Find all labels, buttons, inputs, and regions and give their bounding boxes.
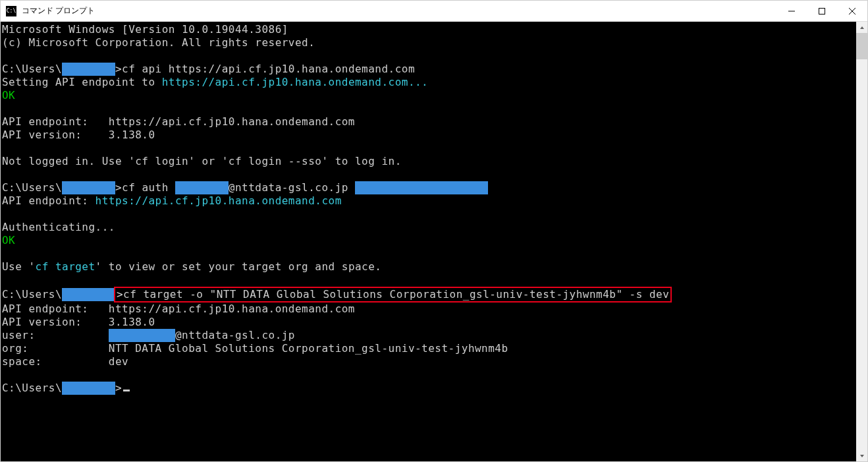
- api-url: https://api.cf.jp10.hana.ondemand.com...: [162, 76, 429, 88]
- cursor: [123, 390, 130, 391]
- redacted-password: [355, 181, 488, 194]
- line-not-logged-in: Not logged in. Use 'cf login' or 'cf log…: [2, 155, 402, 167]
- redacted-email-local: [175, 181, 229, 194]
- prompt-2: C:\Users\ >cf auth @nttdata-gsl.co.jp: [2, 181, 488, 194]
- minimize-icon: [788, 8, 795, 14]
- line-copyright: (c) Microsoft Corporation. All rights re…: [2, 36, 315, 49]
- cmd-app-icon: C:\: [6, 6, 16, 16]
- line-api-endpoint-3: API endpoint: https://api.cf.jp10.hana.o…: [2, 303, 355, 315]
- line-api-version-1: API version: 3.138.0: [2, 129, 155, 141]
- prompt-3: C:\Users\ >cf target -o "NTT DATA Global…: [2, 288, 672, 301]
- highlighted-cf-target-cmd: >cf target -o "NTT DATA Global Solutions…: [114, 287, 672, 303]
- redacted-username: [62, 63, 115, 76]
- line-api-endpoint-1: API endpoint: https://api.cf.jp10.hana.o…: [2, 115, 355, 128]
- titlebar[interactable]: C:\ コマンド プロンプト: [1, 1, 867, 22]
- redacted-email-local: [109, 329, 175, 342]
- line-api-endpoint-2: API endpoint: https://api.cf.jp10.hana.o…: [2, 194, 342, 207]
- prompt-1: C:\Users\ >cf api https://api.cf.jp10.ha…: [2, 63, 415, 75]
- line-version: Microsoft Windows [Version 10.0.19044.30…: [2, 23, 288, 36]
- window-controls: [776, 1, 867, 21]
- scroll-thumb[interactable]: [856, 33, 867, 59]
- scroll-down-arrow-icon[interactable]: [856, 450, 867, 461]
- maximize-icon: [819, 8, 825, 14]
- cmd-cf-api: cf api https://api.cf.jp10.hana.ondemand…: [122, 63, 415, 75]
- status-ok-2: OK: [2, 234, 15, 246]
- redacted-username: [62, 288, 115, 301]
- line-space: space: dev: [2, 355, 128, 368]
- minimize-button[interactable]: [776, 1, 807, 22]
- console-area: Microsoft Windows [Version 10.0.19044.30…: [1, 22, 867, 461]
- redacted-username: [62, 181, 115, 194]
- status-ok-1: OK: [2, 89, 15, 101]
- maximize-button[interactable]: [807, 1, 837, 22]
- prompt-4: C:\Users\ >: [2, 382, 130, 394]
- console-output[interactable]: Microsoft Windows [Version 10.0.19044.30…: [1, 22, 856, 461]
- line-authenticating: Authenticating...: [2, 221, 115, 233]
- line-api-version-2: API version: 3.138.0: [2, 316, 155, 328]
- scroll-up-arrow-icon[interactable]: [856, 22, 867, 33]
- redacted-username: [62, 382, 115, 395]
- api-url: https://api.cf.jp10.hana.ondemand.com: [95, 194, 342, 207]
- cmd-cf-auth: cf auth: [122, 181, 175, 194]
- svg-rect-0: [819, 9, 825, 14]
- line-user: user: @nttdata-gsl.co.jp: [2, 329, 295, 341]
- close-icon: [849, 8, 855, 14]
- line-org: org: NTT DATA Global Solutions Corporati…: [2, 342, 508, 355]
- line-use-cf-target: Use 'cf target' to view or set your targ…: [2, 260, 381, 273]
- close-button[interactable]: [837, 1, 867, 22]
- vertical-scrollbar[interactable]: [856, 22, 867, 461]
- line-setting-endpoint: Setting API endpoint to https://api.cf.j…: [2, 76, 428, 88]
- window-title: コマンド プロンプト: [22, 5, 776, 16]
- cmd-window: C:\ コマンド プロンプト Microsoft Windows [Versio…: [0, 0, 868, 462]
